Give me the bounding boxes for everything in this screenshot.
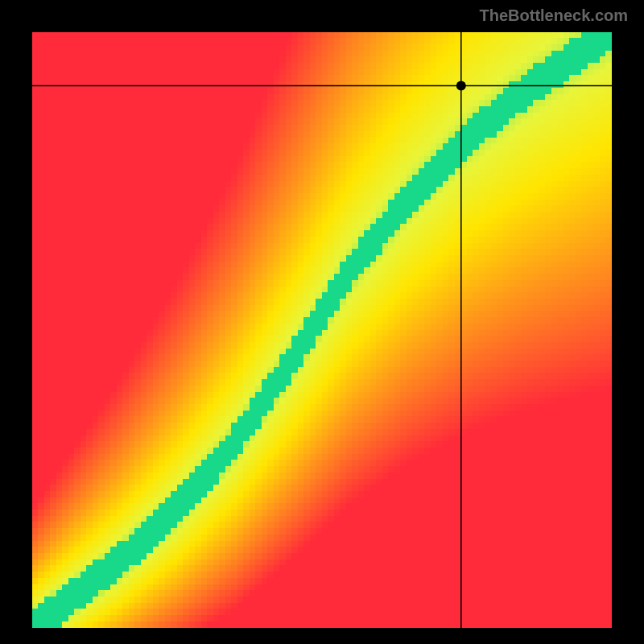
heatmap-canvas [32, 32, 612, 628]
chart-container: TheBottleneck.com [0, 0, 644, 644]
watermark-text: TheBottleneck.com [480, 6, 628, 25]
